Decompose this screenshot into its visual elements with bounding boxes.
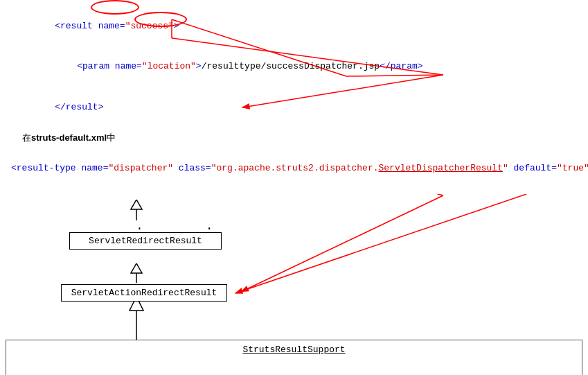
uml-box-servlet-action-redirect: ServletActionRedirectResult [61, 284, 227, 302]
svg-line-3 [242, 195, 443, 291]
arrow-2 [128, 200, 149, 222]
uml-dots: · · [136, 222, 217, 236]
svg-line-9 [235, 194, 526, 293]
chinese-label: 在struts-default.xml中 [22, 132, 577, 144]
code-block: /** * The location to go to after action… [15, 359, 573, 375]
svg-line-4 [187, 194, 443, 195]
bottom-title: StrutsResultSupport [15, 345, 573, 355]
code-line-1: <result name="success"> [11, 6, 577, 46]
uml-box-2-label: ServletRedirectResult [89, 236, 202, 246]
result-type-line: <result-type name="dispatcher" class="or… [11, 147, 577, 192]
arrow-1 [128, 263, 149, 284]
code-line-3: </result> [11, 87, 577, 128]
bottom-code-section: StrutsResultSupport /** * The location t… [6, 340, 582, 375]
svg-marker-6 [131, 263, 142, 273]
top-xml-section: <result name="success"> <param name="loc… [0, 0, 588, 194]
uml-arrows [0, 194, 588, 340]
uml-diagram-section: ServletActionRedirectResult ServletRedir… [0, 194, 588, 340]
red-annotation-arrow [0, 194, 588, 340]
uml-box-1-label: ServletActionRedirectResult [71, 288, 217, 298]
code-line-2: <param name="location">/resulttype/succe… [11, 46, 577, 87]
svg-marker-8 [131, 200, 142, 209]
